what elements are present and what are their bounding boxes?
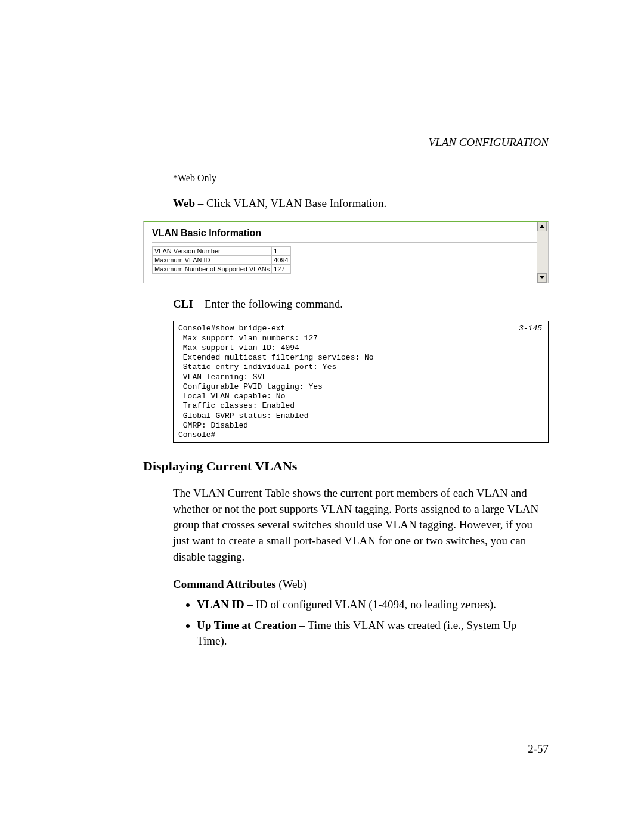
section-body: The VLAN Current Table shows the current…	[173, 485, 549, 565]
cmd-attr-rest: (Web)	[276, 578, 307, 590]
row-label: Maximum Number of Supported VLANs	[153, 264, 272, 273]
running-header: VLAN CONFIGURATION	[143, 136, 549, 149]
web-instruction-bold: Web	[173, 197, 195, 209]
cli-output-box: 3-145Console#show bridge-ext Max support…	[173, 321, 549, 443]
section-heading: Displaying Current VLANs	[143, 459, 549, 474]
row-value: 1	[272, 246, 290, 255]
cli-instruction-rest: – Enter the following command.	[193, 298, 343, 310]
scrollbar[interactable]	[537, 222, 548, 283]
cli-reference: 3-145	[519, 324, 542, 333]
list-item-rest: – ID of configured VLAN (1-4094, no lead…	[244, 598, 496, 611]
cmd-attr-bold: Command Attributes	[173, 578, 276, 590]
command-attributes-list: VLAN ID – ID of configured VLAN (1-4094,…	[186, 597, 549, 649]
list-item-bold: VLAN ID	[197, 598, 244, 611]
web-instruction: Web – Click VLAN, VLAN Base Information.	[173, 196, 549, 211]
scroll-down-button[interactable]	[537, 273, 547, 283]
list-item-bold: Up Time at Creation	[197, 619, 296, 631]
row-value: 127	[272, 264, 290, 273]
row-label: VLAN Version Number	[153, 246, 272, 255]
page-number: 2-57	[528, 742, 549, 755]
panel-title: VLAN Basic Information	[152, 228, 540, 243]
cli-instruction-bold: CLI	[173, 298, 193, 310]
header-title-caps: ONFIGURATION	[466, 136, 549, 148]
row-label: Maximum VLAN ID	[153, 255, 272, 264]
table-row: Maximum VLAN ID 4094	[153, 255, 291, 264]
command-attributes-heading: Command Attributes (Web)	[173, 578, 549, 591]
scroll-up-button[interactable]	[537, 222, 547, 231]
list-item: VLAN ID – ID of configured VLAN (1-4094,…	[197, 597, 549, 613]
list-item: Up Time at Creation – Time this VLAN was…	[197, 618, 549, 649]
table-row: Maximum Number of Supported VLANs 127	[153, 264, 291, 273]
web-instruction-rest: – Click VLAN, VLAN Base Information.	[195, 197, 386, 209]
vlan-info-table: VLAN Version Number 1 Maximum VLAN ID 40…	[152, 246, 291, 274]
cli-instruction: CLI – Enter the following command.	[173, 296, 549, 312]
header-title: VLAN C	[429, 136, 467, 148]
cli-output-text: Console#show bridge-ext Max support vlan…	[178, 324, 374, 439]
vlan-basic-info-panel: VLAN Basic Information VLAN Version Numb…	[143, 221, 549, 283]
footnote-web-only: *Web Only	[173, 173, 549, 184]
table-row: VLAN Version Number 1	[153, 246, 291, 255]
row-value: 4094	[272, 255, 290, 264]
